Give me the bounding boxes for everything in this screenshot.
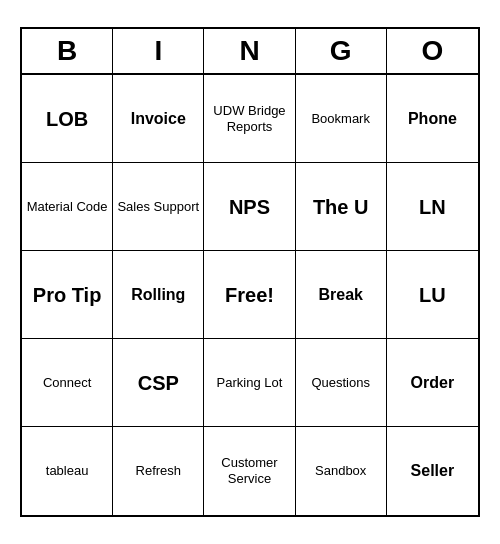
bingo-cell: Break: [296, 251, 387, 339]
bingo-cell: LU: [387, 251, 478, 339]
bingo-cell: Sandbox: [296, 427, 387, 515]
bingo-cell: UDW Bridge Reports: [204, 75, 295, 163]
bingo-cell: Material Code: [22, 163, 113, 251]
bingo-cell: Bookmark: [296, 75, 387, 163]
header-letter: G: [296, 29, 387, 73]
header-letter: B: [22, 29, 113, 73]
bingo-cell: NPS: [204, 163, 295, 251]
bingo-cell: The U: [296, 163, 387, 251]
header-letter: O: [387, 29, 478, 73]
bingo-cell: Free!: [204, 251, 295, 339]
header-letter: I: [113, 29, 204, 73]
bingo-cell: Refresh: [113, 427, 204, 515]
bingo-cell: Questions: [296, 339, 387, 427]
bingo-cell: Seller: [387, 427, 478, 515]
bingo-card: BINGO LOBInvoiceUDW Bridge ReportsBookma…: [20, 27, 480, 517]
bingo-cell: CSP: [113, 339, 204, 427]
bingo-header: BINGO: [22, 29, 478, 75]
bingo-cell: Rolling: [113, 251, 204, 339]
bingo-cell: Pro Tip: [22, 251, 113, 339]
bingo-cell: tableau: [22, 427, 113, 515]
bingo-cell: Sales Support: [113, 163, 204, 251]
bingo-cell: Invoice: [113, 75, 204, 163]
bingo-cell: LOB: [22, 75, 113, 163]
bingo-cell: Phone: [387, 75, 478, 163]
bingo-cell: Customer Service: [204, 427, 295, 515]
header-letter: N: [204, 29, 295, 73]
bingo-cell: Parking Lot: [204, 339, 295, 427]
bingo-cell: Order: [387, 339, 478, 427]
bingo-cell: LN: [387, 163, 478, 251]
bingo-grid: LOBInvoiceUDW Bridge ReportsBookmarkPhon…: [22, 75, 478, 515]
bingo-cell: Connect: [22, 339, 113, 427]
